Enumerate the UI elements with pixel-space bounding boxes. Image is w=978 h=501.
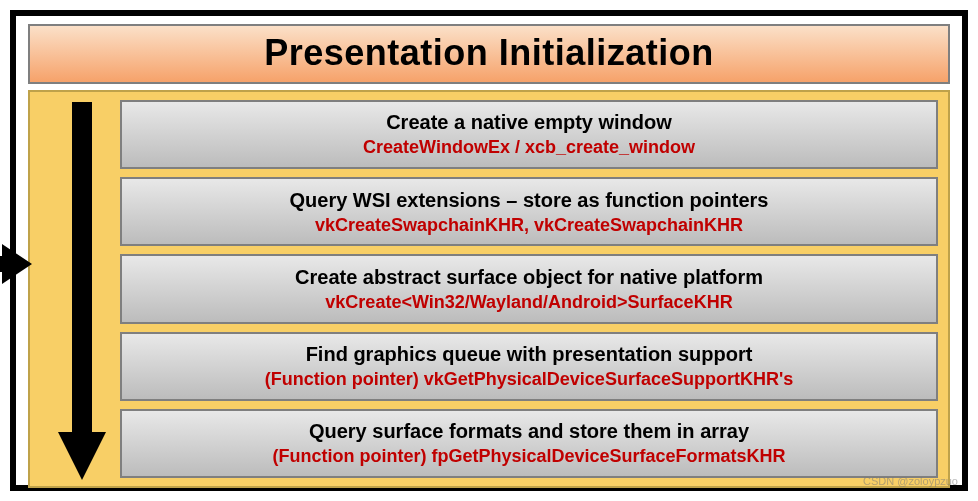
step-api: vkCreate<Win32/Wayland/Android>SurfaceKH…	[132, 291, 926, 314]
svg-marker-0	[58, 102, 106, 480]
step-box: Find graphics queue with presentation su…	[120, 332, 938, 401]
step-api: CreateWindowEx / xcb_create_window	[132, 136, 926, 159]
step-title: Query surface formats and store them in …	[132, 419, 926, 443]
diagram-frame: Presentation Initialization Create a nat…	[10, 10, 968, 491]
step-title: Create a native empty window	[132, 110, 926, 134]
watermark-text: CSDN @zoloypzuo	[863, 475, 958, 487]
flow-arrow-down-icon	[58, 102, 106, 482]
step-title: Query WSI extensions – store as function…	[132, 188, 926, 212]
title-bar: Presentation Initialization	[28, 24, 950, 84]
step-api: (Function pointer) vkGetPhysicalDeviceSu…	[132, 368, 926, 391]
step-box: Query WSI extensions – store as function…	[120, 177, 938, 246]
diagram-title: Presentation Initialization	[30, 32, 948, 74]
entry-arrow-right-icon	[0, 244, 32, 284]
steps-container: Create a native empty window CreateWindo…	[28, 90, 950, 488]
step-api: vkCreateSwapchainKHR, vkCreateSwapchainK…	[132, 214, 926, 237]
step-title: Find graphics queue with presentation su…	[132, 342, 926, 366]
step-title: Create abstract surface object for nativ…	[132, 265, 926, 289]
step-api: (Function pointer) fpGetPhysicalDeviceSu…	[132, 445, 926, 468]
step-box: Query surface formats and store them in …	[120, 409, 938, 478]
step-box: Create a native empty window CreateWindo…	[120, 100, 938, 169]
step-box: Create abstract surface object for nativ…	[120, 254, 938, 323]
svg-marker-1	[0, 244, 32, 284]
